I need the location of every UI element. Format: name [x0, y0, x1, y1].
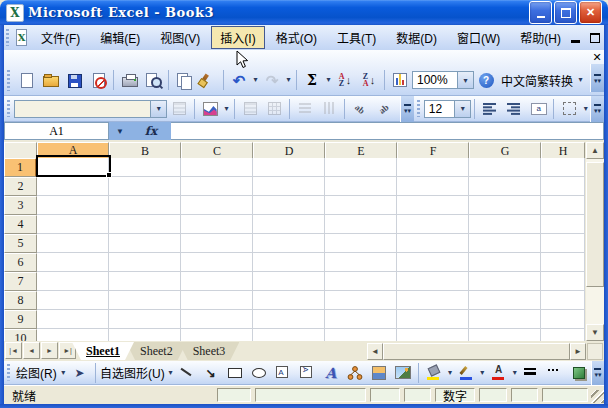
row-header-8[interactable]: 8 [4, 291, 37, 310]
cell-D9[interactable] [253, 310, 325, 329]
draw-menu-button[interactable]: 绘图(R) [15, 362, 59, 384]
merge-center-button[interactable]: a [527, 98, 549, 120]
print-preview-button[interactable] [142, 69, 164, 91]
cell-H6[interactable] [541, 253, 585, 272]
cell-C7[interactable] [181, 272, 253, 291]
line-button[interactable] [176, 362, 198, 384]
cell-G2[interactable] [469, 177, 541, 196]
vertical-scrollbar[interactable]: ▲ ▼ [586, 142, 604, 341]
sort-ascending-button[interactable]: AZ ↓ [334, 69, 356, 91]
cell-C6[interactable] [181, 253, 253, 272]
cell-A2[interactable] [37, 177, 109, 196]
row-header-10[interactable]: 10 [4, 329, 37, 341]
menu-item-4[interactable]: 插入(I) [211, 26, 264, 49]
row-header-2[interactable]: 2 [4, 177, 37, 196]
cell-F9[interactable] [397, 310, 469, 329]
cell-H4[interactable] [541, 215, 585, 234]
cell-C2[interactable] [181, 177, 253, 196]
menu-item-8[interactable]: 窗口(W) [448, 26, 509, 49]
cell-C4[interactable] [181, 215, 253, 234]
redo-button[interactable]: ↷ [261, 69, 283, 91]
cell-F2[interactable] [397, 177, 469, 196]
formatting-toolbar-options-chevron[interactable]: ▾▾ [590, 96, 604, 122]
cell-E1[interactable] [325, 158, 397, 177]
line-color-dropdown[interactable]: ▾ [478, 362, 486, 384]
menu-item-9[interactable]: 帮助(H) [511, 26, 570, 49]
fill-color-dropdown[interactable]: ▾ [446, 362, 454, 384]
cell-H9[interactable] [541, 310, 585, 329]
scroll-down-button[interactable]: ▼ [586, 324, 604, 341]
borders-button[interactable] [558, 98, 580, 120]
font-color-dropdown[interactable]: ▾ [511, 362, 519, 384]
autosum-dropdown[interactable]: ▾ [324, 69, 333, 91]
cell-A9[interactable] [37, 310, 109, 329]
cell-G8[interactable] [469, 291, 541, 310]
cell-E6[interactable] [325, 253, 397, 272]
chart-wizard-button[interactable] [389, 69, 411, 91]
chinese-convert-dropdown[interactable]: ▾ [576, 69, 585, 91]
cell-D2[interactable] [253, 177, 325, 196]
cell-C10[interactable] [181, 329, 253, 341]
row-header-6[interactable]: 6 [4, 253, 37, 272]
cell-A8[interactable] [37, 291, 109, 310]
cell-D7[interactable] [253, 272, 325, 291]
menu-item-7[interactable]: 数据(D) [387, 26, 446, 49]
horizontal-scroll-thumb[interactable] [383, 343, 570, 360]
chart-toolbar-grip[interactable] [6, 100, 11, 118]
standard-toolbar-grip[interactable] [6, 70, 11, 91]
scroll-right-button[interactable]: ► [570, 343, 586, 360]
cell-E4[interactable] [325, 215, 397, 234]
line-style-button[interactable] [520, 362, 542, 384]
cell-B10[interactable] [109, 329, 181, 341]
row-header-3[interactable]: 3 [4, 196, 37, 215]
chart-toolbar-options-chevron[interactable]: ▾▾ [400, 96, 414, 122]
zoom-combo[interactable]: 100% ▾ [412, 71, 474, 89]
row-header-5[interactable]: 5 [4, 234, 37, 253]
zoom-dropdown-arrow[interactable]: ▾ [457, 72, 473, 88]
cell-A1[interactable] [37, 158, 109, 177]
cell-A7[interactable] [37, 272, 109, 291]
autoshapes-dropdown[interactable]: ▾ [166, 362, 174, 384]
cell-E10[interactable] [325, 329, 397, 341]
align-left-button[interactable] [479, 98, 501, 120]
cell-A3[interactable] [37, 196, 109, 215]
diagram-button[interactable] [344, 362, 366, 384]
resize-grip[interactable] [591, 390, 604, 403]
font-size-dropdown-arrow[interactable]: ▾ [454, 101, 470, 117]
formula-input[interactable] [171, 122, 604, 140]
cell-B3[interactable] [109, 196, 181, 215]
cell-H10[interactable] [541, 329, 585, 341]
wordart-button[interactable]: A [320, 362, 342, 384]
horizontal-scrollbar[interactable]: ◄ ► [367, 343, 586, 360]
drawing-toolbar-options-chevron[interactable]: ▾▾ [591, 361, 604, 385]
legend-button[interactable] [239, 98, 261, 120]
clip-art-button[interactable] [368, 362, 390, 384]
undo-dropdown[interactable]: ▾ [251, 69, 260, 91]
sheet-tab-sheet2[interactable]: Sheet2 [126, 342, 187, 360]
cell-F8[interactable] [397, 291, 469, 310]
save-button[interactable] [63, 69, 85, 91]
workbook-icon[interactable]: X [16, 29, 27, 46]
cell-F3[interactable] [397, 196, 469, 215]
undo-button[interactable]: ↶ [228, 69, 250, 91]
angle-clockwise-button[interactable]: ab [349, 98, 371, 120]
shadow-style-button[interactable] [568, 362, 590, 384]
draw-menu-dropdown[interactable]: ▾ [59, 362, 67, 384]
cell-H7[interactable] [541, 272, 585, 291]
cell-H8[interactable] [541, 291, 585, 310]
minimize-button[interactable] [529, 1, 552, 24]
chart-type-button[interactable] [199, 98, 221, 120]
cell-B4[interactable] [109, 215, 181, 234]
redo-dropdown[interactable]: ▾ [284, 69, 293, 91]
cell-F7[interactable] [397, 272, 469, 291]
chart-objects-dropdown-arrow[interactable]: ▾ [150, 101, 166, 117]
cell-E2[interactable] [325, 177, 397, 196]
next-sheet-button[interactable]: ► [41, 342, 58, 359]
by-row-button[interactable] [294, 98, 316, 120]
new-button[interactable] [15, 69, 37, 91]
text-box-button[interactable]: A [272, 362, 294, 384]
cell-G7[interactable] [469, 272, 541, 291]
workbook-close-button[interactable]: ✕ [592, 50, 601, 64]
cell-B8[interactable] [109, 291, 181, 310]
cell-C1[interactable] [181, 158, 253, 177]
